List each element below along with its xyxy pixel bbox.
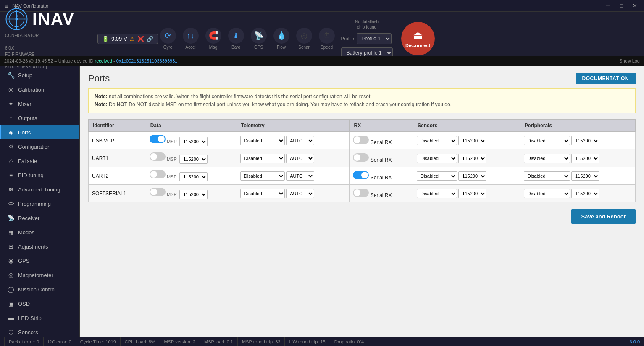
rx-toggle-2[interactable] xyxy=(353,171,369,179)
port-peripherals-col: DisabledRunCamFrSky OSD AUTO120024004800… xyxy=(520,132,635,149)
sidebar-item-failsafe[interactable]: ⚠ Failsafe xyxy=(0,154,79,168)
data-baud-select-2[interactable]: AUTO120024004800960019200384005760011520… xyxy=(179,172,208,181)
sidebar-item-ports[interactable]: ◈ Ports xyxy=(0,125,79,139)
port-identifier: UART2 xyxy=(89,167,146,185)
sidebar-label-modes: Modes xyxy=(18,229,34,236)
sensors-baud-select-0[interactable]: AUTO120024004800960019200384005760011520… xyxy=(458,136,486,145)
ports-icon: ◈ xyxy=(7,129,15,136)
telemetry-val-select-1[interactable]: DisabledFrSkyLTMSmartPortMAVLinkIBUS Ext… xyxy=(240,154,285,163)
telemetry-val-select-3[interactable]: DisabledFrSkyLTMSmartPortMAVLinkIBUS Ext… xyxy=(240,189,285,198)
dataflash-info: No dataflash chip found xyxy=(341,19,393,30)
sidebar-item-adjustments[interactable]: ⊞ Adjustments xyxy=(0,239,79,254)
sidebar-item-sensors[interactable]: ⬡ Sensors xyxy=(0,325,79,337)
data-baud-select-1[interactable]: AUTO120024004800960019200384005760011520… xyxy=(179,155,208,164)
rx-toggle-0[interactable] xyxy=(353,136,369,144)
rx-toggle-3[interactable] xyxy=(353,189,369,197)
sensors-baud-select-2[interactable]: AUTO120024004800960019200384005760011520… xyxy=(458,171,486,181)
programming-icon: <> xyxy=(7,200,15,207)
sidebar-item-modes[interactable]: ▦ Modes xyxy=(0,225,79,239)
maximize-button[interactable]: □ xyxy=(615,2,627,10)
magnetometer-icon: ◎ xyxy=(7,272,15,278)
sidebar-item-advanced-tuning[interactable]: ≋ Advanced Tuning xyxy=(0,182,79,197)
peripherals-val-select-0[interactable]: DisabledRunCamFrSky OSD xyxy=(524,136,570,145)
data-toggle-3[interactable] xyxy=(150,188,166,196)
data-baud-select-0[interactable]: AUTO120024004800960019200384005760011520… xyxy=(179,137,208,146)
table-header-row: Identifier Data Telemetry RX Sensors Per… xyxy=(89,120,636,132)
sidebar-item-setup[interactable]: 🔧 Setup xyxy=(0,68,79,82)
port-data-col: MSP AUTO12002400480096001920038400576001… xyxy=(146,132,237,149)
sidebar-item-outputs[interactable]: ↑ Outputs xyxy=(0,111,79,125)
minimize-button[interactable]: ─ xyxy=(602,2,614,10)
mag-label: Mag xyxy=(209,45,217,50)
sidebar-item-led-strip[interactable]: ▬ LED Strip xyxy=(0,311,79,325)
i2c-error-item: I2C error: 0 xyxy=(44,337,76,346)
peripherals-val-select-3[interactable]: DisabledRunCamFrSky OSD xyxy=(524,189,570,198)
sidebar-label-magnetometer: Magnetometer xyxy=(18,272,53,278)
peripherals-baud-select-0[interactable]: AUTO120024004800960019200384005760011520… xyxy=(571,136,599,145)
sidebar-item-mission-control[interactable]: ◯ Mission Control xyxy=(0,282,79,296)
sidebar-item-osd[interactable]: ▣ OSD xyxy=(0,296,79,311)
save-reboot-button[interactable]: Save and Reboot xyxy=(571,209,636,224)
data-baud-select-3[interactable]: AUTO120024004800960019200384005760011520… xyxy=(179,190,208,199)
hw-roundtrip-item: HW round trip: 15 xyxy=(285,337,330,346)
error-icon: ❌ xyxy=(137,36,144,42)
titlebar: 🖥 INAV Configurator ─ □ ✕ xyxy=(0,0,644,12)
telemetry-val-select-0[interactable]: DisabledFrSkyLTMSmartPortMAVLinkIBUS Ext… xyxy=(240,136,285,145)
sensors-val-select-2[interactable]: DisabledGPSDGPSD (MSP)Optical FlowRangef… xyxy=(417,171,457,181)
note-box: Note: not all combinations are valid. Wh… xyxy=(88,88,636,113)
profile-select[interactable]: Profile 1 Profile 2 Profile 3 xyxy=(357,33,392,44)
rx-toggle-1[interactable] xyxy=(353,153,369,162)
telemetry-baud-select-3[interactable]: AUTO120024004800960019200384005760011520… xyxy=(286,189,314,198)
sidebar-item-configuration[interactable]: ⚙ Configuration xyxy=(0,139,79,154)
peripherals-baud-select-3[interactable]: AUTO120024004800960019200384005760011520… xyxy=(571,189,599,198)
sidebar-label-adjustments: Adjustments xyxy=(18,244,48,250)
sensor-speed: ⏱ Speed xyxy=(317,28,337,50)
port-sensors-col: DisabledGPSDGPSD (MSP)Optical FlowRangef… xyxy=(413,132,520,149)
outputs-icon: ↑ xyxy=(7,115,15,121)
calibration-icon: ◎ xyxy=(7,86,15,93)
sensors-nav-icon: ⬡ xyxy=(7,329,15,336)
peripherals-baud-select-1[interactable]: AUTO120024004800960019200384005760011520… xyxy=(571,154,599,163)
app-title: INAV Configurator xyxy=(11,3,602,8)
port-peripherals-col: DisabledRunCamFrSky OSD AUTO120024004800… xyxy=(520,149,635,167)
close-button[interactable]: ✕ xyxy=(629,2,641,10)
sidebar-item-magnetometer[interactable]: ◎ Magnetometer xyxy=(0,268,79,282)
telemetry-baud-select-0[interactable]: AUTO120024004800960019200384005760011520… xyxy=(286,136,314,145)
baro-label: Baro xyxy=(231,45,240,50)
sensors-val-select-0[interactable]: DisabledGPSDGPSD (MSP)Optical FlowRangef… xyxy=(417,136,457,145)
peripherals-val-select-1[interactable]: DisabledRunCamFrSky OSD xyxy=(524,154,570,163)
data-toggle-2[interactable] xyxy=(150,170,166,178)
port-rx-col: Serial RX xyxy=(350,185,413,202)
sidebar-item-calibration[interactable]: ◎ Calibration xyxy=(0,82,79,97)
sensors-baud-select-3[interactable]: AUTO120024004800960019200384005760011520… xyxy=(458,189,486,198)
peripherals-val-select-2[interactable]: DisabledRunCamFrSky OSD xyxy=(524,171,570,181)
col-peripherals: Peripherals xyxy=(520,120,635,132)
sidebar-item-mixer[interactable]: ✦ Mixer xyxy=(0,97,79,111)
sidebar-item-gps[interactable]: ◉ GPS xyxy=(0,254,79,268)
show-log-button[interactable]: Show Log xyxy=(619,58,640,63)
data-toggle-0[interactable] xyxy=(150,135,166,143)
sidebar-item-pid-tuning[interactable]: ≡ PID tuning xyxy=(0,168,79,182)
sidebar-label-setup: Setup xyxy=(18,72,32,79)
sonar-label: Sonar xyxy=(298,45,310,50)
sidebar-item-receiver[interactable]: 📡 Receiver xyxy=(0,211,79,225)
col-sensors: Sensors xyxy=(413,120,520,132)
sensors-val-select-1[interactable]: DisabledGPSDGPSD (MSP)Optical FlowRangef… xyxy=(417,154,457,163)
setup-icon: 🔧 xyxy=(7,72,15,79)
sensors-val-select-3[interactable]: DisabledGPSDGPSD (MSP)Optical FlowRangef… xyxy=(417,189,457,198)
device-id: 0x1c002e3132511038393931 xyxy=(116,58,178,63)
data-toggle-1[interactable] xyxy=(150,152,166,161)
status-strip: 2024-09-28 @ 19:45:52 – Unique device ID… xyxy=(0,56,644,66)
telemetry-val-select-2[interactable]: DisabledFrSkyLTMSmartPortMAVLinkIBUS Ext… xyxy=(240,171,285,181)
disconnect-icon: ⏏ xyxy=(413,29,423,41)
version-display: 6.0.0 xyxy=(630,339,640,344)
disconnect-button[interactable]: ⏏ Disconnect xyxy=(401,22,435,55)
telemetry-baud-select-1[interactable]: AUTO120024004800960019200384005760011520… xyxy=(286,154,314,163)
peripherals-baud-select-2[interactable]: AUTO120024004800960019200384005760011520… xyxy=(571,171,599,181)
profile-area: No dataflash chip found Profile Profile … xyxy=(341,19,393,58)
sensors-baud-select-1[interactable]: AUTO120024004800960019200384005760011520… xyxy=(458,154,486,163)
documentation-button[interactable]: DOCUMENTATION xyxy=(576,73,636,84)
telemetry-baud-select-2[interactable]: AUTO120024004800960019200384005760011520… xyxy=(286,171,314,181)
table-row: UART1 MSP AUTO12002400480096001920038400… xyxy=(89,149,636,167)
sidebar-item-programming[interactable]: <> Programming xyxy=(0,197,79,211)
